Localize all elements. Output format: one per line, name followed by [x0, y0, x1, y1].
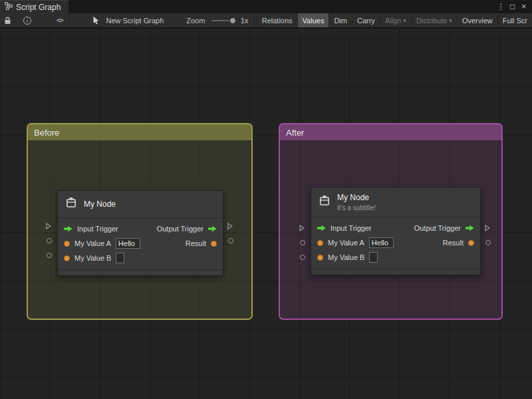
maximize-icon[interactable]: □ [507, 0, 518, 13]
value-port-marker[interactable] [47, 238, 52, 243]
flow-arrow-icon [317, 225, 326, 231]
fullscreen-button[interactable]: Full Scr [497, 13, 532, 28]
value-port-marker[interactable] [300, 240, 305, 245]
unit-icon [65, 196, 78, 212]
flow-port-marker[interactable] [46, 223, 51, 229]
port-label: Result [186, 239, 206, 247]
zoom-label: Zoom [186, 17, 205, 25]
port-label: My Value B [328, 253, 364, 261]
toolbar-buttons: Relations Values Dim Carry Align ▾ Distr… [257, 13, 532, 28]
node-header[interactable]: My Node It's a subtitle! [311, 188, 480, 217]
relations-button[interactable]: Relations [257, 13, 297, 28]
carry-button[interactable]: Carry [352, 13, 380, 28]
port-label: Input Trigger [331, 224, 372, 232]
flow-arrow-icon [208, 225, 217, 232]
node-title: My Node [337, 193, 376, 202]
value-b-input[interactable] [369, 252, 378, 263]
node-my-node-before[interactable]: My Node Input Trigger Output Trigger [57, 190, 223, 276]
window-controls: ⋮ □ × [495, 0, 532, 13]
value-a-input[interactable] [116, 238, 140, 249]
port-my-value-a[interactable]: My Value A [317, 237, 394, 248]
port-label: My Value A [328, 239, 364, 247]
unity-window: Script Graph ⋮ □ × i <> New Script Graph… [0, 0, 532, 399]
graph-canvas[interactable]: Before My Node [0, 29, 532, 399]
port-input-trigger[interactable]: Input Trigger [64, 225, 118, 233]
graph-toolbar: i <> New Script Graph Zoom 1x Relations … [0, 13, 532, 29]
align-dropdown[interactable]: Align ▾ [380, 13, 411, 28]
port-output-trigger[interactable]: Output Trigger [414, 224, 474, 232]
node-body: Input Trigger Output Trigger My Valu [311, 217, 480, 265]
value-a-input[interactable] [369, 237, 394, 248]
value-port-icon [64, 255, 70, 261]
port-my-value-b[interactable]: My Value B [317, 252, 378, 263]
chevron-down-icon: ▾ [403, 17, 406, 24]
dim-button[interactable]: Dim [329, 13, 352, 28]
lock-icon[interactable] [0, 13, 15, 27]
node-title: My Node [84, 200, 116, 209]
code-view-icon[interactable]: <> [53, 13, 67, 27]
group-title: Before [34, 128, 59, 138]
flow-port-marker[interactable] [485, 225, 490, 231]
values-button[interactable]: Values [297, 13, 329, 28]
port-result[interactable]: Result [443, 239, 474, 247]
group-before-header[interactable]: Before [28, 124, 251, 140]
edit-graph-icon[interactable] [88, 13, 104, 27]
value-port-marker[interactable] [300, 255, 305, 260]
port-label: My Value A [74, 239, 111, 247]
value-port-marker[interactable] [47, 253, 52, 258]
node-my-node-after[interactable]: My Node It's a subtitle! Input Trigger [311, 187, 481, 275]
port-result[interactable]: Result [186, 239, 217, 247]
value-port-icon [64, 241, 70, 247]
node-body: Input Trigger Output Trigger My Valu [58, 218, 223, 265]
unit-icon [318, 194, 331, 210]
flow-arrow-icon [64, 225, 72, 232]
port-label: Output Trigger [157, 225, 203, 233]
value-port-icon [317, 240, 323, 246]
node-header[interactable]: My Node [58, 191, 223, 218]
zoom-value: 1x [241, 17, 249, 25]
tabbar-spacer [68, 0, 495, 13]
port-my-value-b[interactable]: My Value B [64, 253, 124, 263]
group-after[interactable]: After My Node It's a subtitle! [279, 123, 503, 320]
value-port-marker[interactable] [485, 240, 491, 245]
port-input-trigger[interactable]: Input Trigger [317, 224, 372, 232]
overview-button[interactable]: Overview [457, 13, 497, 28]
graph-name-label[interactable]: New Script Graph [106, 17, 164, 25]
tab-script-graph[interactable]: Script Graph [0, 0, 68, 13]
group-after-header[interactable]: After [280, 124, 501, 140]
port-my-value-a[interactable]: My Value A [64, 238, 140, 249]
value-port-icon [468, 240, 474, 246]
value-b-input[interactable] [116, 253, 124, 263]
graph-tab-icon [5, 2, 13, 12]
node-footer [58, 269, 223, 275]
group-before[interactable]: Before My Node [27, 123, 253, 320]
flow-arrow-icon [466, 225, 474, 231]
info-icon[interactable]: i [19, 13, 35, 27]
close-icon[interactable]: × [518, 0, 529, 13]
group-title: After [286, 128, 304, 138]
zoom-slider[interactable] [211, 17, 235, 24]
port-label: Output Trigger [414, 224, 461, 232]
port-output-trigger[interactable]: Output Trigger [157, 225, 217, 233]
port-label: My Value B [74, 254, 111, 262]
flow-port-marker[interactable] [227, 223, 233, 229]
value-port-icon [211, 241, 217, 247]
node-subtitle: It's a subtitle! [337, 204, 376, 211]
value-port-marker[interactable] [228, 238, 233, 243]
port-label: Input Trigger [77, 225, 118, 233]
tab-title: Script Graph [16, 3, 61, 12]
flow-port-marker[interactable] [299, 225, 305, 231]
zoom-slider-knob[interactable] [229, 17, 236, 24]
port-label: Result [443, 239, 464, 247]
node-footer [311, 269, 480, 275]
menu-icon[interactable]: ⋮ [495, 0, 507, 13]
distribute-dropdown[interactable]: Distribute ▾ [411, 13, 457, 28]
value-port-icon [317, 255, 323, 261]
chevron-down-icon: ▾ [449, 17, 452, 24]
tab-bar: Script Graph ⋮ □ × [0, 0, 532, 13]
